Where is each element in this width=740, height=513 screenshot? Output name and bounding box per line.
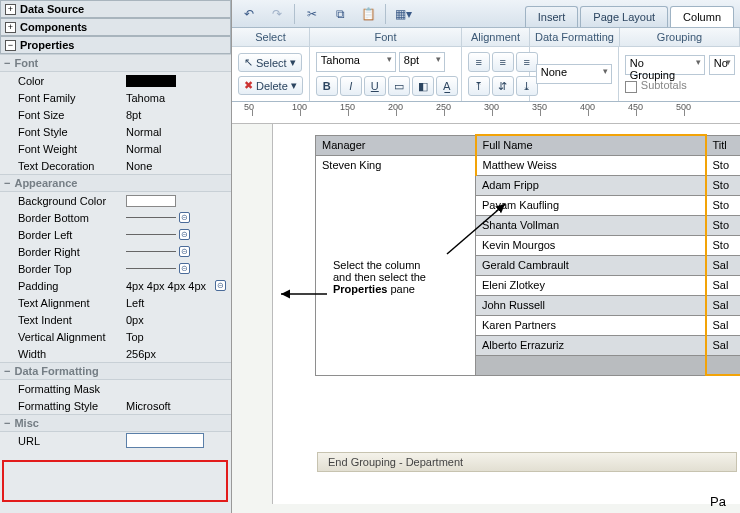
tab-insert[interactable]: Insert [525,6,579,27]
prop-padding-value[interactable]: 4px 4px 4px 4px [126,280,206,292]
cell-fullname[interactable]: Karen Partners [476,315,706,335]
valign-top-icon[interactable]: ⤒ [468,76,490,96]
end-grouping-bar[interactable]: End Grouping - Department [317,452,737,472]
border-preview [126,268,176,269]
cell-fullname[interactable]: John Russell [476,295,706,315]
cell-fullname[interactable]: Gerald Cambrault [476,255,706,275]
collapse-icon[interactable]: − [5,40,16,51]
copy-icon[interactable]: ⧉ [329,3,351,25]
cell-title[interactable]: Sto [706,175,741,195]
clear-icon[interactable]: ⊝ [179,229,190,240]
cell-fullname[interactable]: Adam Fripp [476,175,706,195]
panel-label: Data Source [20,3,84,15]
insert-component-icon[interactable]: ▦▾ [392,3,414,25]
cell-title[interactable]: Sto [706,155,741,175]
prop-padding-label: Padding [18,280,126,292]
section-font[interactable]: − Font [0,54,231,72]
panel-label: Components [20,21,87,33]
cut-icon[interactable]: ✂ [301,3,323,25]
clear-icon[interactable]: ⊝ [179,263,190,274]
tab-column[interactable]: Column [670,6,734,27]
section-data-formatting[interactable]: − Data Formatting [0,362,231,380]
subtotals-checkbox[interactable] [625,81,637,93]
bg-swatch[interactable] [126,195,176,207]
data-format-select[interactable]: None [536,64,612,84]
expand-icon[interactable]: + [5,22,16,33]
prop-family-label: Font Family [18,92,126,104]
collapse-icon[interactable]: − [4,417,10,429]
undo-icon[interactable]: ↶ [238,3,260,25]
fill-icon[interactable]: ◧ [412,76,434,96]
valign-middle-icon[interactable]: ⇵ [492,76,514,96]
font-color-icon[interactable]: A̲ [436,76,458,96]
paste-icon[interactable]: 📋 [357,3,379,25]
grouping-select-2[interactable]: No [709,55,735,75]
section-label: Font [14,57,38,69]
collapse-icon[interactable]: − [4,57,10,69]
color-swatch[interactable] [126,75,176,87]
redo-icon[interactable]: ↷ [266,3,288,25]
cell-title[interactable]: Sto [706,195,741,215]
prop-size-value[interactable]: 8pt [126,109,231,121]
italic-icon[interactable]: I [340,76,362,96]
clear-icon[interactable]: ⊝ [179,246,190,257]
clear-icon[interactable]: ⊝ [179,212,190,223]
prop-weight-label: Font Weight [18,143,126,155]
col-fullname[interactable]: Full Name [476,135,706,155]
align-center-icon[interactable]: ≡ [492,52,514,72]
toolbar: ↶ ↷ ✂ ⧉ 📋 ▦▾ Insert Page Layout Column [232,0,740,28]
left-panel: + Data Source + Components − Properties … [0,0,232,513]
cell-title[interactable]: Sal [706,315,741,335]
prop-fstyle-value[interactable]: Microsoft [126,400,231,412]
cell-title[interactable]: Sal [706,335,741,355]
prop-family-value[interactable]: Tahoma [126,92,231,104]
grouping-select[interactable]: No Grouping [625,55,705,75]
prop-indent-value[interactable]: 0px [126,314,231,326]
cell-fullname[interactable]: Payam Kaufling [476,195,706,215]
cell-fullname[interactable]: Kevin Mourgos [476,235,706,255]
underline-icon[interactable]: U [364,76,386,96]
collapse-icon[interactable]: − [4,177,10,189]
prop-deco-value[interactable]: None [126,160,231,172]
collapse-icon[interactable]: − [4,365,10,377]
panel-components[interactable]: + Components [0,18,231,36]
font-size-select[interactable]: 8pt [399,52,445,72]
cell-title[interactable]: Sto [706,235,741,255]
panel-label: Properties [20,39,74,51]
ruler: 50100150200250300350400450500 [232,102,740,124]
prop-valign-value[interactable]: Top [126,331,231,343]
cursor-icon: ↖ [244,56,253,69]
cell-fullname[interactable]: Eleni Zlotkey [476,275,706,295]
table-row[interactable]: Steven KingMatthew WeissSto [316,155,741,175]
border-icon[interactable]: ▭ [388,76,410,96]
clear-icon[interactable]: ⊝ [215,280,226,291]
cell-title[interactable]: Sal [706,255,741,275]
cell-title[interactable]: Sto [706,215,741,235]
prop-textalign-value[interactable]: Left [126,297,231,309]
panel-properties[interactable]: − Properties [0,36,231,54]
prop-valign-label: Vertical Alignment [18,331,126,343]
cell-title[interactable]: Sal [706,295,741,315]
bold-icon[interactable]: B [316,76,338,96]
col-title[interactable]: Titl [706,135,741,155]
prop-weight-value[interactable]: Normal [126,143,231,155]
align-left-icon[interactable]: ≡ [468,52,490,72]
panel-data-source[interactable]: + Data Source [0,0,231,18]
prop-style-value[interactable]: Normal [126,126,231,138]
cell-fullname[interactable]: Alberto Errazuriz [476,335,706,355]
font-family-select[interactable]: Tahoma [316,52,396,72]
cell-title[interactable]: Sal [706,275,741,295]
delete-button[interactable]: ✖Delete ▾ [238,76,303,95]
select-button[interactable]: ↖Select ▾ [238,53,302,72]
prop-width-value[interactable]: 256px [126,348,231,360]
section-appearance[interactable]: − Appearance [0,174,231,192]
canvas[interactable]: Manager Full Name Titl Steven KingMatthe… [272,124,740,504]
tab-page-layout[interactable]: Page Layout [580,6,668,27]
col-manager[interactable]: Manager [316,135,476,155]
section-misc[interactable]: − Misc [0,414,231,432]
expand-icon[interactable]: + [5,4,16,15]
cell-fullname[interactable]: Shanta Vollman [476,215,706,235]
cell-fullname[interactable]: Matthew Weiss [476,155,706,175]
data-grid[interactable]: Manager Full Name Titl Steven KingMatthe… [315,134,740,376]
url-input[interactable] [126,433,204,448]
